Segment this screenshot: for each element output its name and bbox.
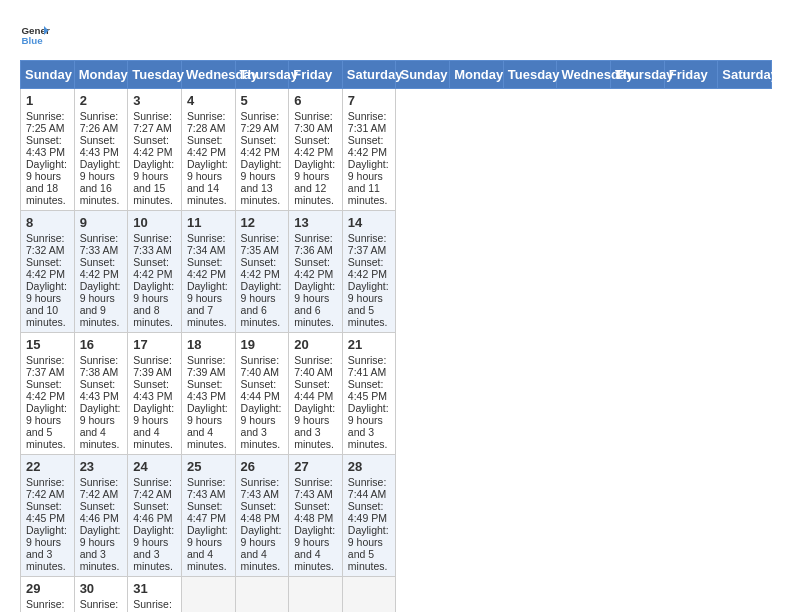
day-number: 8 [26, 215, 69, 230]
sunrise: Sunrise: 7:28 AM [187, 110, 226, 134]
calendar-cell: 16Sunrise: 7:38 AMSunset: 4:43 PMDayligh… [74, 333, 128, 455]
calendar-cell: 12Sunrise: 7:35 AMSunset: 4:42 PMDayligh… [235, 211, 289, 333]
daylight: Daylight: 9 hours and 12 minutes. [294, 158, 335, 206]
calendar-cell: 24Sunrise: 7:42 AMSunset: 4:46 PMDayligh… [128, 455, 182, 577]
day-number: 14 [348, 215, 391, 230]
calendar-cell [342, 577, 396, 613]
day-number: 2 [80, 93, 123, 108]
day-number: 21 [348, 337, 391, 352]
daylight: Daylight: 9 hours and 18 minutes. [26, 158, 67, 206]
calendar-cell: 13Sunrise: 7:36 AMSunset: 4:42 PMDayligh… [289, 211, 343, 333]
sunset: Sunset: 4:42 PM [187, 134, 226, 158]
sunset: Sunset: 4:45 PM [26, 500, 65, 524]
sunrise: Sunrise: 7:39 AM [133, 354, 172, 378]
day-number: 17 [133, 337, 176, 352]
logo-icon: General Blue [20, 20, 50, 50]
calendar-table: SundayMondayTuesdayWednesdayThursdayFrid… [20, 60, 772, 612]
calendar-cell: 5Sunrise: 7:29 AMSunset: 4:42 PMDaylight… [235, 89, 289, 211]
calendar-cell: 21Sunrise: 7:41 AMSunset: 4:45 PMDayligh… [342, 333, 396, 455]
daylight: Daylight: 9 hours and 4 minutes. [133, 402, 174, 450]
daylight: Daylight: 9 hours and 11 minutes. [348, 158, 389, 206]
sunrise: Sunrise: 7:40 AM [294, 354, 333, 378]
day-number: 24 [133, 459, 176, 474]
calendar-cell: 4Sunrise: 7:28 AMSunset: 4:42 PMDaylight… [181, 89, 235, 211]
sunrise: Sunrise: 7:40 AM [241, 354, 280, 378]
sunrise: Sunrise: 7:44 AM [133, 598, 172, 612]
sunset: Sunset: 4:48 PM [294, 500, 333, 524]
daylight: Daylight: 9 hours and 3 minutes. [241, 402, 282, 450]
calendar-cell: 7Sunrise: 7:31 AMSunset: 4:42 PMDaylight… [342, 89, 396, 211]
calendar-cell: 3Sunrise: 7:27 AMSunset: 4:42 PMDaylight… [128, 89, 182, 211]
daylight: Daylight: 9 hours and 14 minutes. [187, 158, 228, 206]
calendar-cell: 2Sunrise: 7:26 AMSunset: 4:43 PMDaylight… [74, 89, 128, 211]
daylight: Daylight: 9 hours and 7 minutes. [187, 280, 228, 328]
sunrise: Sunrise: 7:43 AM [187, 476, 226, 500]
calendar-cell: 11Sunrise: 7:34 AMSunset: 4:42 PMDayligh… [181, 211, 235, 333]
daylight: Daylight: 9 hours and 15 minutes. [133, 158, 174, 206]
sunrise: Sunrise: 7:33 AM [80, 232, 119, 256]
sunrise: Sunrise: 7:43 AM [241, 476, 280, 500]
calendar-cell: 15Sunrise: 7:37 AMSunset: 4:42 PMDayligh… [21, 333, 75, 455]
sunset: Sunset: 4:45 PM [348, 378, 387, 402]
calendar-cell: 8Sunrise: 7:32 AMSunset: 4:42 PMDaylight… [21, 211, 75, 333]
week-row-4: 22Sunrise: 7:42 AMSunset: 4:45 PMDayligh… [21, 455, 772, 577]
calendar-cell: 22Sunrise: 7:42 AMSunset: 4:45 PMDayligh… [21, 455, 75, 577]
header: General Blue [20, 20, 772, 50]
day-number: 25 [187, 459, 230, 474]
sunset: Sunset: 4:42 PM [294, 134, 333, 158]
day-number: 22 [26, 459, 69, 474]
sunrise: Sunrise: 7:29 AM [241, 110, 280, 134]
day-number: 20 [294, 337, 337, 352]
day-number: 12 [241, 215, 284, 230]
day-number: 27 [294, 459, 337, 474]
daylight: Daylight: 9 hours and 10 minutes. [26, 280, 67, 328]
day-number: 23 [80, 459, 123, 474]
calendar-cell: 20Sunrise: 7:40 AMSunset: 4:44 PMDayligh… [289, 333, 343, 455]
logo: General Blue [20, 20, 54, 50]
sunrise: Sunrise: 7:34 AM [187, 232, 226, 256]
daylight: Daylight: 9 hours and 13 minutes. [241, 158, 282, 206]
col-header-saturday: Saturday [718, 61, 772, 89]
sunrise: Sunrise: 7:43 AM [294, 476, 333, 500]
sunset: Sunset: 4:43 PM [26, 134, 65, 158]
col-header-wednesday: Wednesday [181, 61, 235, 89]
col-header-monday: Monday [74, 61, 128, 89]
sunrise: Sunrise: 7:41 AM [348, 354, 387, 378]
col-header-thursday: Thursday [611, 61, 665, 89]
day-number: 5 [241, 93, 284, 108]
daylight: Daylight: 9 hours and 3 minutes. [294, 402, 335, 450]
sunrise: Sunrise: 7:27 AM [133, 110, 172, 134]
sunset: Sunset: 4:42 PM [294, 256, 333, 280]
sunset: Sunset: 4:42 PM [133, 134, 172, 158]
calendar-cell [289, 577, 343, 613]
week-row-3: 15Sunrise: 7:37 AMSunset: 4:42 PMDayligh… [21, 333, 772, 455]
calendar-cell: 26Sunrise: 7:43 AMSunset: 4:48 PMDayligh… [235, 455, 289, 577]
daylight: Daylight: 9 hours and 16 minutes. [80, 158, 121, 206]
calendar-cell: 10Sunrise: 7:33 AMSunset: 4:42 PMDayligh… [128, 211, 182, 333]
daylight: Daylight: 9 hours and 4 minutes. [187, 524, 228, 572]
sunset: Sunset: 4:42 PM [241, 134, 280, 158]
daylight: Daylight: 9 hours and 5 minutes. [348, 524, 389, 572]
week-row-2: 8Sunrise: 7:32 AMSunset: 4:42 PMDaylight… [21, 211, 772, 333]
col-header-sunday: Sunday [21, 61, 75, 89]
sunset: Sunset: 4:43 PM [133, 378, 172, 402]
sunrise: Sunrise: 7:44 AM [80, 598, 119, 612]
daylight: Daylight: 9 hours and 4 minutes. [241, 524, 282, 572]
sunrise: Sunrise: 7:32 AM [26, 232, 65, 256]
day-number: 26 [241, 459, 284, 474]
calendar-cell: 18Sunrise: 7:39 AMSunset: 4:43 PMDayligh… [181, 333, 235, 455]
week-row-5: 29Sunrise: 7:44 AMSunset: 4:50 PMDayligh… [21, 577, 772, 613]
week-row-1: 1Sunrise: 7:25 AMSunset: 4:43 PMDaylight… [21, 89, 772, 211]
sunrise: Sunrise: 7:37 AM [26, 354, 65, 378]
sunrise: Sunrise: 7:42 AM [80, 476, 119, 500]
header-row: SundayMondayTuesdayWednesdayThursdayFrid… [21, 61, 772, 89]
daylight: Daylight: 9 hours and 3 minutes. [348, 402, 389, 450]
sunset: Sunset: 4:42 PM [187, 256, 226, 280]
col-header-thursday: Thursday [235, 61, 289, 89]
sunset: Sunset: 4:42 PM [80, 256, 119, 280]
day-number: 6 [294, 93, 337, 108]
daylight: Daylight: 9 hours and 3 minutes. [26, 524, 67, 572]
day-number: 9 [80, 215, 123, 230]
sunset: Sunset: 4:44 PM [241, 378, 280, 402]
day-number: 31 [133, 581, 176, 596]
